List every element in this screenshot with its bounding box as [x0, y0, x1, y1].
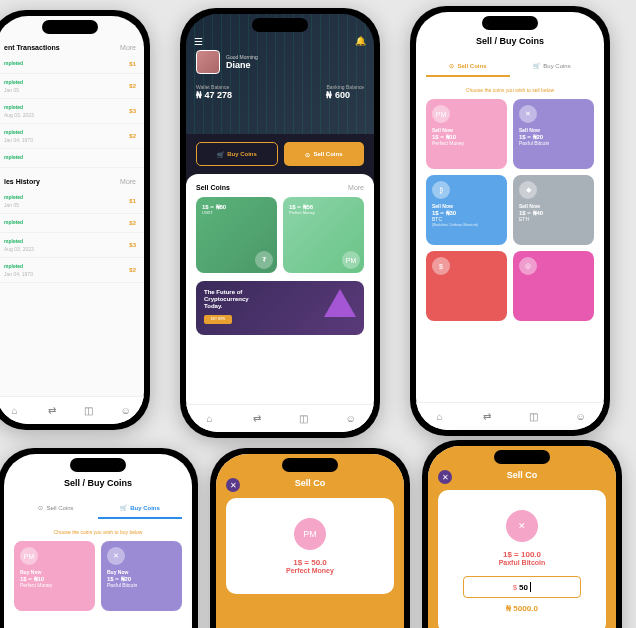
- phone-sell-buy: Sell / Buy Coins ⊙ Sell Coins 🛒 Buy Coin…: [410, 6, 610, 436]
- date: Aug 03, 2023: [4, 246, 34, 252]
- coin-name: Paxful Bitcoin: [519, 140, 588, 146]
- coin-card[interactable]: ◎: [513, 251, 594, 321]
- avatar[interactable]: [196, 50, 220, 74]
- bottom-nav: ⌂ ⇄ ◫ ☺: [416, 402, 604, 430]
- coin-card-usdt[interactable]: 1$ = ₦80 USDT ₮: [196, 197, 277, 273]
- menu-icon[interactable]: ☰: [194, 36, 203, 47]
- coin-icon: ✕: [107, 547, 125, 565]
- swap-icon[interactable]: ⇄: [250, 412, 264, 426]
- rate: 1$ = 100.0: [448, 550, 596, 559]
- rate: 1$ = ₦20: [519, 133, 588, 140]
- wallet-icon[interactable]: ◫: [297, 412, 311, 426]
- rate: 1$ = 50.0: [236, 558, 384, 567]
- transaction-row[interactable]: mpletedAug 03, 2023$3: [0, 99, 144, 124]
- notch: [42, 20, 98, 34]
- tabs: ⊙ Sell Coins 🛒 Buy Coins: [4, 494, 192, 523]
- transaction-row[interactable]: mpleted$1: [0, 55, 144, 74]
- coin-grid: PMBuy Now1$ = ₦10Perfect Money✕Buy Now1$…: [4, 541, 192, 611]
- coin-name: Perfect Money: [236, 567, 384, 574]
- amount-input[interactable]: $ 50: [463, 576, 581, 598]
- amount: $1: [129, 198, 136, 204]
- paxful-icon: ✕: [506, 510, 538, 542]
- chart-background: [186, 14, 374, 134]
- coin-icon: $: [432, 257, 450, 275]
- profile-icon[interactable]: ☺: [344, 412, 358, 426]
- notification-icon[interactable]: 🔔: [355, 36, 366, 46]
- more-link[interactable]: More: [120, 44, 136, 51]
- coin-card[interactable]: ✕Sell Now1$ = ₦20Paxful Bitcoin: [513, 99, 594, 169]
- sell-section: Sell Coins More 1$ = ₦80 USDT ₮ 1$ = ₦56…: [186, 174, 374, 432]
- rate: 1$ = ₦10: [432, 133, 501, 140]
- tabs: ⊙ Sell Coins 🛒 Buy Coins: [416, 52, 604, 81]
- close-icon[interactable]: ✕: [226, 478, 240, 492]
- date: Jan 05: [4, 87, 23, 93]
- coin-card-pm[interactable]: 1$ = ₦56 Perfect Money PM: [283, 197, 364, 273]
- transaction-row[interactable]: mpleted: [0, 149, 144, 168]
- coin-icon: ₿: [432, 181, 450, 199]
- sell-coins-button[interactable]: ⊙ Sell Coins: [284, 142, 364, 166]
- screen: Sell / Buy Coins ⊙ Sell Coins 🛒 Buy Coin…: [4, 454, 192, 628]
- transaction-row[interactable]: mpletedJan 05$2: [0, 74, 144, 99]
- transaction-row[interactable]: mpleted$2: [0, 214, 144, 233]
- rate: 1$ = ₦56: [289, 203, 358, 210]
- home-icon[interactable]: ⌂: [8, 404, 22, 418]
- cart-icon: 🛒: [120, 504, 127, 511]
- coin-card[interactable]: PMSell Now1$ = ₦10Perfect Money: [426, 99, 507, 169]
- choose-text: Choose the coins you wish to buy below: [4, 523, 192, 541]
- wallet-icon[interactable]: ◫: [527, 410, 541, 424]
- rate: 1$ = ₦40: [519, 209, 588, 216]
- action-row: 🛒 Buy Coins ⊙ Sell Coins: [186, 134, 374, 174]
- notch: [494, 450, 550, 464]
- promo-banner[interactable]: The Future of Cryptocurrency Today. BUY …: [196, 281, 364, 335]
- buy-coins-button[interactable]: 🛒 Buy Coins: [196, 142, 278, 166]
- swap-icon[interactable]: ⇄: [480, 410, 494, 424]
- transaction-row[interactable]: mpletedJan 05$1: [0, 189, 144, 214]
- phone-sell-modal-pm: ✕ Sell Co PM 1$ = 50.0 Perfect Money: [210, 448, 410, 628]
- input-value: 50: [519, 583, 528, 592]
- notch: [70, 458, 126, 472]
- more-link[interactable]: More: [120, 178, 136, 185]
- banner-line: Today.: [204, 303, 222, 309]
- wallet-icon[interactable]: ◫: [82, 404, 96, 418]
- buy-now-button[interactable]: BUY NOW: [204, 315, 232, 324]
- transaction-row[interactable]: mpletedAug 03, 2023$3: [0, 233, 144, 258]
- cart-icon: 🛒: [533, 62, 540, 69]
- amount: $2: [129, 220, 136, 226]
- subtitle: (Blockchain, Coinbase, Bitcoin etc): [432, 223, 501, 227]
- coin-card[interactable]: PMBuy Now1$ = ₦10Perfect Money: [14, 541, 95, 611]
- phone-dashboard: ☰ 🔔 Good Morning Diane Wallet Balance ₦ …: [180, 8, 380, 438]
- date: Jan 05: [4, 202, 23, 208]
- sell-header: Sell Coins: [196, 184, 230, 191]
- home-icon[interactable]: ⌂: [433, 410, 447, 424]
- tab-sell[interactable]: ⊙ Sell Coins: [426, 56, 510, 77]
- more-link[interactable]: More: [348, 184, 364, 191]
- rate: 1$ = ₦30: [432, 209, 501, 216]
- coin-card[interactable]: ◆Sell Now1$ = ₦40ETH: [513, 175, 594, 245]
- transaction-row[interactable]: mpletedJan 04, 1970$2: [0, 258, 144, 283]
- coin-name: ETH: [519, 216, 588, 222]
- coin-card[interactable]: ✕Buy Now1$ = ₦20Paxful Bitcoin: [101, 541, 182, 611]
- tab-buy[interactable]: 🛒 Buy Coins: [98, 498, 182, 519]
- coin-card[interactable]: $: [426, 251, 507, 321]
- bottom-nav: ⌂ ⇄ ◫ ☺: [186, 404, 374, 432]
- profile-icon[interactable]: ☺: [574, 410, 588, 424]
- status: mpleted: [4, 129, 33, 135]
- status: mpleted: [4, 194, 23, 200]
- sales-list: mpletedJan 05$1mpleted$2mpletedAug 03, 2…: [0, 189, 144, 283]
- close-icon[interactable]: ✕: [438, 470, 452, 484]
- sales-header: les History More: [0, 168, 144, 189]
- status: mpleted: [4, 104, 34, 110]
- status: mpleted: [4, 263, 33, 269]
- coin-card[interactable]: ₿Sell Now1$ = ₦30BTC(Blockchain, Coinbas…: [426, 175, 507, 245]
- swap-icon[interactable]: ⇄: [45, 404, 59, 418]
- rate: 1$ = ₦10: [20, 575, 89, 582]
- home-icon[interactable]: ⌂: [203, 412, 217, 426]
- coin-icon: PM: [20, 547, 38, 565]
- profile-icon[interactable]: ☺: [119, 404, 133, 418]
- phone-transactions: ent Transactions More mpleted$1mpletedJa…: [0, 10, 150, 430]
- status: mpleted: [4, 238, 34, 244]
- dollar-sign: $: [513, 584, 517, 591]
- tab-sell[interactable]: ⊙ Sell Coins: [14, 498, 98, 519]
- transaction-row[interactable]: mpletedJan 04, 1970$2: [0, 124, 144, 149]
- tab-buy[interactable]: 🛒 Buy Coins: [510, 56, 594, 77]
